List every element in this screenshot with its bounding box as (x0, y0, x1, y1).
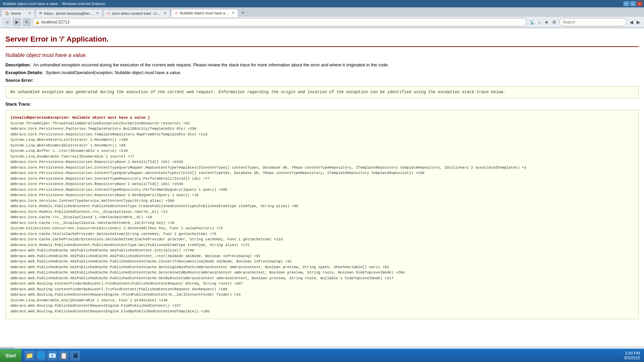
stack-trace-line: Umbraco.Core.Persistence.Repositories.Re… (10, 181, 634, 187)
stack-trace-line: System.Collections.Concurrent.Concurrent… (10, 226, 634, 231)
tools-icon[interactable]: ⚙ (551, 19, 557, 25)
forward2-icon[interactable]: ▶ (636, 19, 641, 25)
minimize-button[interactable]: ─ (623, 1, 629, 6)
taskbar: Start 📁 🌐 📧 📋 🖥 3:40 PM 9/3/2015 (0, 349, 644, 352)
tab-error-close[interactable]: ✕ (164, 11, 167, 15)
source-error-box: An unhandled exception was generated dur… (5, 86, 639, 98)
stack-trace-line: Umbraco.Web.Routing.PublishedContentRequ… (10, 303, 634, 309)
nav-bar: ◀ ▶ ↻ 🔒 localhost:22713 📡 ⌂ ★ ⚙ ◀ ▶ (0, 17, 644, 28)
stack-trace-line: Umbraco.Core.Services.ContentTypeService… (10, 198, 634, 204)
description-value: An unhandled exception occurred during t… (33, 62, 389, 67)
stack-trace-line: Umbraco.Core.Persistence.Repositories.Re… (10, 192, 634, 198)
error-subtitle: Nullable object must have a value. (5, 52, 639, 58)
stack-trace-line: Umbraco.Core.Persistence.Repositories.Co… (10, 176, 634, 182)
new-tab-button[interactable]: + (239, 9, 247, 17)
source-error-text: An unhandled exception was generated dur… (10, 90, 505, 95)
exception-label: Exception Details: (5, 70, 43, 75)
tab-error[interactable]: ⚠ error when content load - Usi... ✕ (103, 9, 170, 17)
stack-trace-line: Umbraco.Core.Persistence.Repositories.Co… (10, 187, 634, 193)
taskbar-time: 3:40 PM 9/3/2015 (624, 351, 640, 352)
source-error-label: Source Error: (5, 78, 639, 83)
nav-icons: 📡 ⌂ ★ ⚙ (528, 19, 557, 25)
stack-trace-label: Stack Trace: (5, 102, 639, 107)
home-icon[interactable]: ⌂ (537, 19, 542, 25)
window-controls: ─ □ ✕ (623, 1, 643, 6)
stack-trace-line: Umbraco.Core.Cache.StaticCacheProvider.G… (10, 231, 634, 237)
refresh-button[interactable]: ↻ (23, 18, 31, 26)
stack-trace-line: Umbraco.Core.Models.PublishedContent.<>c… (10, 209, 634, 215)
stack-trace-line: Umbraco.Web.PublishedCache.XmlPublishedC… (10, 276, 634, 281)
tab-nullable[interactable]: ⚠ Nullable object must have a value. ✕ (171, 9, 238, 17)
back-button[interactable]: ◀ (3, 18, 11, 26)
tab-home[interactable]: 🏠 Home ✕ (1, 9, 35, 17)
tab-home-favicon: 🏠 (5, 11, 9, 15)
title-bar: Nullable object must have a value. - Win… (0, 0, 644, 7)
stack-trace-line: Umbraco.Web.PublishedCache.XmlPublishedC… (10, 253, 634, 259)
stack-trace-line: [InvalidOperationException: Nullable obj… (10, 115, 634, 121)
exception-value: System.InvalidOperationException: Nullab… (46, 70, 181, 75)
stack-trace-line: Umbraco.Core.Cache.<>c__DisplayClass9`1.… (10, 215, 634, 220)
address-text: localhost:22713 (41, 20, 69, 24)
server-error-title: Server Error in '/' Application. (5, 35, 639, 47)
stack-trace-line: Umbraco.Web.Routing.ContentFinderByNiceU… (10, 287, 634, 292)
stack-trace-line: Umbraco.Web.Routing.PublishedContentRequ… (10, 292, 634, 298)
browser-title: Nullable object must have a value. - Win… (1, 2, 105, 6)
taskbar-icon-folder[interactable]: 📁 (24, 351, 35, 352)
address-bar[interactable]: 🔒 localhost:22713 (33, 18, 526, 26)
stack-trace-line: Umbraco.Core.Cache.CacheProviderExtensio… (10, 237, 634, 242)
taskbar-icon-email[interactable]: 📧 (47, 351, 57, 352)
tabs-bar: 🏠 Home ✕ ✉ Inbox - jinesh.kaneriya@bina.… (0, 7, 644, 17)
stack-trace-line: Umbraco.Web.Routing.ContentFinderByNiceU… (10, 281, 634, 287)
tab-inbox-favicon: ✉ (39, 11, 42, 15)
stack-trace-line: System.ThrowHelper.ThrowInvalidOperation… (10, 121, 634, 126)
stack-trace-line: Umbraco.Core.Models.PublishedContent.Pub… (10, 242, 634, 248)
stack-trace-line: Umbraco.Web.Routing.PublishedContentRequ… (10, 309, 634, 314)
tab-error-title: error when content load - Usi... (112, 11, 162, 15)
tab-inbox-close[interactable]: ✕ (96, 11, 99, 15)
tab-nullable-favicon: ⚠ (175, 11, 178, 15)
stack-trace-line: Umbraco.Core.Persistence.Repositories.Co… (10, 170, 634, 176)
stack-trace-line: Umbraco.Web.PublishedCache.XmlPublishedC… (10, 264, 634, 270)
tab-inbox[interactable]: ✉ Inbox - jinesh.kaneriya@bina... ✕ (36, 9, 103, 17)
tab-error-favicon: ⚠ (107, 11, 110, 15)
taskbar-icon-ie[interactable]: 🌐 (36, 351, 46, 352)
page-content: Server Error in '/' Application. Nullabl… (0, 28, 644, 347)
stack-trace-line: System.Linq.WhereSelectListIterator`2.Mo… (10, 137, 634, 143)
stack-trace-line: System.Linq.Buffer`1..ctor(IEnumerable`1… (10, 148, 634, 154)
stack-trace-line: Umbraco.Core.Persistence.Repositories.Re… (10, 159, 634, 165)
tab-home-close[interactable]: ✕ (28, 11, 31, 15)
tab-inbox-title: Inbox - jinesh.kaneriya@bina... (44, 11, 94, 15)
stack-trace-line: System.Linq.Enumerable.Any(IEnumerable`1… (10, 298, 634, 303)
stack-trace-box: [InvalidOperationException: Nullable obj… (5, 110, 639, 319)
lock-icon: 🔒 (35, 20, 40, 24)
stack-trace-lines: [InvalidOperationException: Nullable obj… (10, 115, 634, 314)
stack-trace-line: Umbraco.Core.Persistence.Repositories.Te… (10, 132, 634, 137)
back2-icon[interactable]: ◀ (629, 19, 634, 25)
browser-chrome: Nullable object must have a value. - Win… (0, 0, 644, 28)
tab-home-title: Home (11, 11, 26, 15)
extra-nav-icons: ◀ ▶ (629, 19, 641, 25)
description-label: Description: (5, 62, 31, 67)
forward-button[interactable]: ▶ (13, 18, 21, 26)
stack-trace-line: Umbraco.Core.Persistence.Factories.Templ… (10, 126, 634, 132)
taskbar-icons: 📁 🌐 📧 📋 🖥 (22, 351, 83, 352)
tab-nullable-close[interactable]: ✕ (231, 11, 234, 15)
stack-trace-line: Umbraco.Core.Models.PublishedContent.Pub… (10, 203, 634, 209)
search-input[interactable] (559, 18, 627, 26)
close-button[interactable]: ✕ (637, 1, 643, 6)
start-button[interactable]: Start (0, 349, 22, 352)
tab-nullable-title: Nullable object must have a value. (180, 11, 229, 15)
time-display: 3:40 PM (624, 351, 640, 352)
taskbar-icon-notes[interactable]: 📋 (59, 351, 69, 352)
favorites-icon[interactable]: ★ (543, 19, 550, 25)
taskbar-icon-monitor[interactable]: 🖥 (70, 351, 80, 352)
taskbar-right: 3:40 PM 9/3/2015 (620, 351, 644, 352)
restore-button[interactable]: □ (630, 1, 636, 6)
stack-trace-line: Umbraco.Web.PublishedCache.XmlPublishedC… (10, 270, 634, 276)
rss-icon[interactable]: 📡 (528, 19, 536, 25)
stack-trace-line: Umbraco.Core.Cache.<>c__DisplayClass1a.<… (10, 220, 634, 226)
stack-trace-line: Umbraco.Web.PublishedCache.XmlPublishedC… (10, 248, 634, 253)
stack-trace-line: Umbraco.Web.PublishedCache.XmlPublishedC… (10, 259, 634, 264)
stack-trace-line: System.Linq.Enumerable.ToArray(IEnumerab… (10, 154, 634, 160)
stack-trace-line: Umbraco.Core.Persistence.Repositories.Co… (10, 165, 634, 171)
